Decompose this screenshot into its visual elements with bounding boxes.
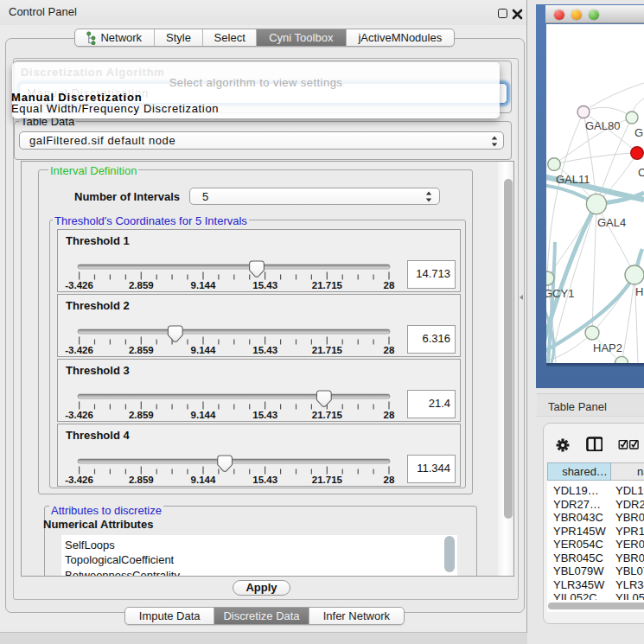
svg-text:15.43: 15.43 xyxy=(252,345,277,355)
svg-text:2.859: 2.859 xyxy=(129,475,154,485)
svg-text:21.715: 21.715 xyxy=(312,475,343,485)
svg-text:21.715: 21.715 xyxy=(312,345,343,355)
svg-text:GAL11: GAL11 xyxy=(556,173,590,186)
svg-text:C: C xyxy=(638,166,644,179)
svg-text:-3.426: -3.426 xyxy=(65,345,93,355)
svg-text:21.715: 21.715 xyxy=(312,280,343,290)
svg-text:G.: G. xyxy=(634,126,644,139)
svg-text:H: H xyxy=(635,285,643,298)
svg-text:-3.426: -3.426 xyxy=(65,410,93,420)
svg-text:-3.426: -3.426 xyxy=(65,475,93,485)
svg-text:15.43: 15.43 xyxy=(252,410,277,420)
svg-text:15.43: 15.43 xyxy=(252,475,277,485)
svg-text:GCY1: GCY1 xyxy=(546,287,574,300)
svg-text:9.144: 9.144 xyxy=(191,410,216,420)
svg-text:28: 28 xyxy=(384,280,395,290)
svg-text:HAP2: HAP2 xyxy=(593,341,622,354)
svg-text:2.859: 2.859 xyxy=(129,410,154,420)
svg-text:28: 28 xyxy=(384,345,395,355)
svg-text:28: 28 xyxy=(384,475,395,485)
svg-text:GAL80: GAL80 xyxy=(585,119,620,132)
svg-text:28: 28 xyxy=(384,410,395,420)
svg-text:2.859: 2.859 xyxy=(129,280,154,290)
svg-text:9.144: 9.144 xyxy=(191,280,216,290)
svg-text:9.144: 9.144 xyxy=(191,475,216,485)
svg-text:-3.426: -3.426 xyxy=(65,280,93,290)
svg-text:21.715: 21.715 xyxy=(312,410,343,420)
svg-text:9.144: 9.144 xyxy=(191,345,216,355)
svg-text:2.859: 2.859 xyxy=(129,345,154,355)
svg-text:15.43: 15.43 xyxy=(252,280,277,290)
svg-text:GAL4: GAL4 xyxy=(597,216,626,229)
